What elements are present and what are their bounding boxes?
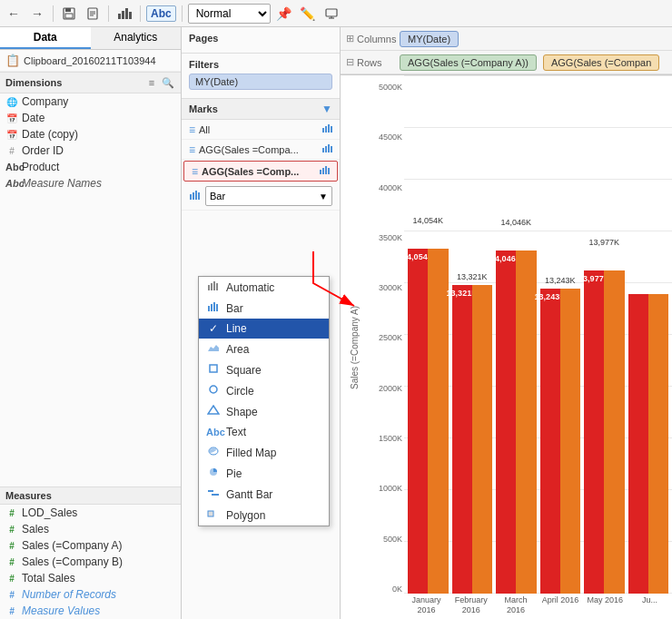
svg-rect-34: [208, 306, 210, 311]
svg-rect-15: [325, 126, 327, 133]
y-axis-labels: 5000K 4500K 4000K 3500K 3000K 2500K 2000…: [368, 75, 404, 619]
marks-item-all[interactable]: ≡ All: [182, 120, 340, 140]
tab-analytics[interactable]: Analytics: [91, 27, 182, 49]
svg-rect-45: [212, 494, 219, 496]
dropdown-bar[interactable]: Bar: [199, 298, 329, 319]
measure-total-sales[interactable]: # Total Sales: [0, 570, 181, 586]
calendar-icon: 📅: [5, 113, 18, 123]
monitor-button[interactable]: [321, 4, 341, 24]
rows-label-text: Rows: [357, 57, 382, 68]
measure-lod-sales-label: LOD_Sales: [22, 506, 77, 519]
dim-company[interactable]: 🌐 Company: [0, 93, 181, 110]
dropdown-automatic[interactable]: Automatic: [199, 277, 329, 298]
svg-rect-11: [326, 9, 337, 16]
filter-my-date[interactable]: MY(Date): [189, 74, 332, 90]
source-icon: 📋: [5, 54, 20, 67]
dropdown-polygon[interactable]: Polygon: [199, 505, 329, 526]
svg-rect-8: [122, 11, 124, 19]
automatic-icon: [206, 280, 221, 294]
measure-values[interactable]: # Measure Values: [0, 603, 181, 619]
marks-company-a-label: AGG(Sales =Compa...: [199, 144, 318, 155]
bar-mar-orange[interactable]: [516, 251, 536, 594]
bar-mar-top-label: 14,046K: [496, 218, 537, 227]
pencil-button[interactable]: ✏️: [298, 4, 318, 24]
shelf-area: ⊞ Columns MY(Date) ⊟ Rows AGG(Sales (=Co…: [341, 27, 672, 75]
bar-jun-orange[interactable]: [648, 294, 668, 594]
marks-item-company-b[interactable]: ≡ AGG(Sales =Comp...: [183, 161, 338, 182]
dropdown-square[interactable]: Square: [199, 359, 329, 380]
svg-rect-25: [328, 168, 330, 174]
shape-icon: [206, 405, 221, 418]
data-source-item[interactable]: 📋 Clipboard_20160211T103944: [0, 50, 181, 72]
measure-number-of-records[interactable]: # Number of Records: [0, 586, 181, 603]
chart-type-button[interactable]: [114, 4, 134, 24]
dim-measure-names[interactable]: Abc Measure Names: [0, 175, 181, 192]
bar-feb-red[interactable]: 13,321K: [452, 285, 472, 594]
svg-rect-27: [193, 192, 194, 200]
dimensions-search-button[interactable]: 🔍: [161, 75, 175, 90]
dropdown-pie[interactable]: Pie: [199, 463, 329, 484]
y-axis-title: Sales (=Company A): [350, 306, 360, 389]
rows-pill-company-b[interactable]: AGG(Sales (=Compan: [543, 54, 659, 71]
svg-rect-20: [328, 144, 330, 152]
bar-mar-red[interactable]: 14,046K: [496, 251, 516, 594]
dropdown-gantt[interactable]: Gantt Bar: [199, 484, 329, 505]
chart-type-select[interactable]: Bar ▼: [205, 186, 332, 206]
dropdown-shape[interactable]: Shape: [199, 401, 329, 422]
measure-lod-sales[interactable]: # LOD_Sales: [0, 505, 181, 521]
toolbar: ← → Abc Normal Entire View Fit Width Fit…: [0, 0, 672, 27]
back-button[interactable]: ←: [4, 4, 24, 24]
dropdown-text[interactable]: Abc Text: [199, 422, 329, 442]
dim-product[interactable]: Abc Product: [0, 159, 181, 175]
hash-icon: #: [5, 146, 18, 156]
columns-pill-mydate[interactable]: MY(Date): [400, 31, 459, 47]
bar-may-red[interactable]: 13,977K: [584, 270, 604, 594]
bar-apr-orange[interactable]: [560, 289, 580, 594]
line-checkmark-icon: ✓: [206, 322, 221, 335]
bar-jan-orange[interactable]: [428, 249, 448, 594]
bar-group-jun: [628, 294, 669, 594]
dropdown-circle[interactable]: Circle: [199, 380, 329, 401]
dropdown-line[interactable]: ✓ Line: [199, 319, 329, 339]
columns-shelf: ⊞ Columns MY(Date): [341, 27, 672, 51]
dropdown-circle-label: Circle: [226, 385, 254, 398]
measure-hash-icon-7: #: [5, 606, 18, 616]
save-button[interactable]: [59, 4, 79, 24]
view-fit-select[interactable]: Normal Entire View Fit Width Fit Height: [188, 4, 271, 24]
circle-icon: [206, 384, 221, 398]
svg-rect-16: [328, 124, 330, 133]
bar-group-may: 13,977K 13,977K: [584, 270, 625, 594]
measure-sales-company-a-label: Sales (=Company A): [22, 539, 122, 552]
bar-may-orange[interactable]: [604, 270, 624, 594]
bar-jun-red[interactable]: [628, 294, 648, 594]
bar-feb-orange[interactable]: [472, 285, 492, 594]
abc-measure-names-icon: Abc: [5, 178, 18, 189]
dim-product-label: Product: [22, 161, 59, 173]
bar-apr-red[interactable]: 13,243K: [540, 289, 560, 594]
dim-order-id[interactable]: # Order ID: [0, 142, 181, 159]
measure-sales[interactable]: # Sales: [0, 521, 181, 537]
dropdown-area[interactable]: Area: [199, 339, 329, 359]
separator-2: [108, 5, 109, 22]
x-label-may: May 2016: [583, 595, 628, 605]
dropdown-text-label: Text: [226, 426, 246, 438]
new-sheet-button[interactable]: [83, 4, 103, 24]
dim-date[interactable]: 📅 Date: [0, 110, 181, 126]
dropdown-filled-map[interactable]: Filled Map: [199, 442, 329, 463]
pin-button[interactable]: 📌: [274, 4, 294, 24]
bar-jan-red[interactable]: 14,054K: [408, 249, 428, 594]
measure-values-label: Measure Values: [22, 604, 100, 617]
svg-rect-17: [331, 126, 332, 133]
tab-data[interactable]: Data: [0, 27, 91, 49]
dimensions-sort-button[interactable]: ≡: [144, 75, 159, 90]
measure-sales-company-b[interactable]: # Sales (=Company B): [0, 554, 181, 570]
measure-sales-company-a[interactable]: # Sales (=Company A): [0, 537, 181, 554]
y-axis-title-container: Sales (=Company A): [341, 75, 368, 619]
bar-apr-top-label: 13,243K: [540, 276, 581, 285]
rows-pill-company-a[interactable]: AGG(Sales (=Company A)): [400, 54, 537, 71]
forward-button[interactable]: →: [27, 4, 47, 24]
bars-area: 14,054K 14,054K 13,321K: [404, 75, 672, 594]
dim-date-copy[interactable]: 📅 Date (copy): [0, 126, 181, 142]
marks-item-company-a[interactable]: ≡ AGG(Sales =Compa...: [182, 140, 340, 160]
abc-button[interactable]: Abc: [146, 5, 176, 22]
